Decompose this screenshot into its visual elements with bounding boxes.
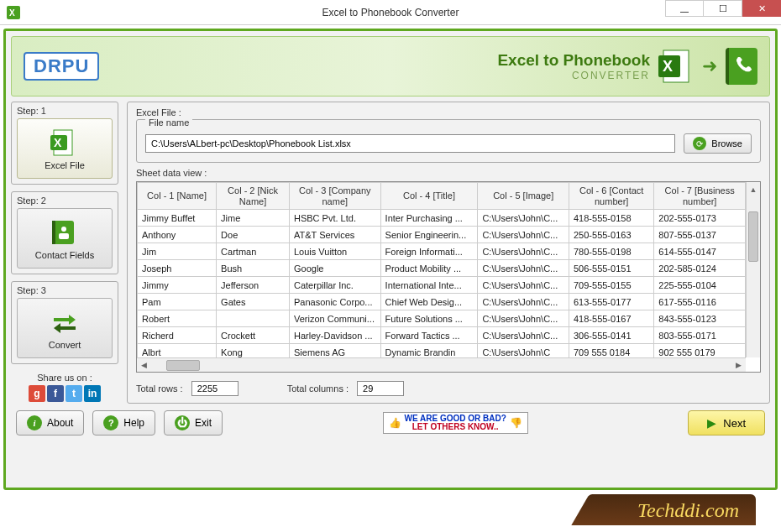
excel-icon: X [658,49,694,84]
table-cell: International Inte... [380,277,478,294]
file-name-label: File name [145,117,192,128]
column-header[interactable]: Col - 1 [Name] [138,183,217,210]
table-cell: Verizon Communi... [289,310,380,327]
drpu-logo: DRPU [24,52,99,81]
table-cell: Albrt [138,344,217,358]
table-row[interactable]: Jimmy BuffetJimeHSBC Pvt. Ltd.Inter Purc… [138,210,746,227]
table-cell: C:\Users\John\C... [478,294,569,310]
table-cell: Anthony [138,227,217,243]
table-cell: 807-555-0137 [654,227,746,243]
table-cell: Senior Engineerin... [380,227,478,243]
horizontal-scrollbar[interactable]: ◀▶ [137,357,746,372]
excel-file-button[interactable]: X Excel File [17,118,113,179]
svg-text:X: X [9,8,15,18]
share-label: Share us on : [11,373,118,383]
svg-rect-8 [54,221,74,244]
feedback-button[interactable]: 👍 WE ARE GOOD OR BAD? LET OTHERS KNOW.. … [383,412,528,434]
help-icon [103,415,118,430]
table-cell: 709 555 0184 [569,344,654,358]
total-cols-field [357,381,404,396]
table-cell: Jime [217,210,290,227]
help-label: Help [123,417,144,429]
total-rows-label: Total rows : [136,383,183,394]
totals-row: Total rows : Total columns : [136,381,761,396]
step-3-button-label: Convert [49,340,81,350]
file-path-input[interactable] [145,134,675,153]
file-group: File name ⟳ Browse [136,119,761,163]
table-cell: Google [289,260,380,277]
table-cell: C:\Users\John\C... [478,310,569,327]
table-cell: Kong [217,344,290,358]
table-cell: Caterpillar Inc. [289,277,380,294]
table-cell: Joseph [138,260,217,277]
table-cell: HSBC Pvt. Ltd. [289,210,380,227]
linkedin-icon[interactable]: in [84,385,101,402]
table-cell: Bush [217,260,290,277]
browse-button[interactable]: ⟳ Browse [684,133,752,154]
table-cell: Foreign Informati... [380,243,478,260]
vertical-scrollbar[interactable]: ▲ [746,182,760,357]
column-header[interactable]: Col - 2 [Nick Name] [217,183,290,210]
convert-button[interactable]: Convert [17,298,113,358]
table-cell: 418-555-0158 [569,210,654,227]
table-cell: Dynamic Brandin [380,344,478,358]
table-cell: Harley-Davidson ... [289,327,380,344]
data-table: Col - 1 [Name]Col - 2 [Nick Name]Col - 3… [137,182,746,357]
table-cell: Product Mobility ... [380,260,478,277]
table-cell: 803-555-0171 [654,327,746,344]
column-header[interactable]: Col - 3 [Company name] [289,183,380,210]
about-label: About [47,417,73,429]
column-header[interactable]: Col - 6 [Contact number] [569,183,654,210]
table-cell: Jefferson [217,277,290,294]
about-button[interactable]: About [16,410,84,436]
table-cell: Siemens AG [289,344,380,358]
table-cell: 902 555 0179 [654,344,746,358]
table-cell: Jim [138,243,217,260]
banner: DRPU Excel to Phonebook CONVERTER X ➜ [11,36,770,96]
close-button[interactable] [742,0,781,17]
table-cell: 709-555-0155 [569,277,654,294]
table-cell: C:\Users\John\C... [478,227,569,243]
svg-text:X: X [54,136,62,149]
google-plus-icon[interactable]: g [29,385,45,402]
browse-icon: ⟳ [693,137,706,150]
minimize-button[interactable] [665,0,704,17]
table-cell: Forward Tactics ... [380,327,478,344]
column-header[interactable]: Col - 7 [Business number] [654,183,746,210]
facebook-icon[interactable]: f [47,385,64,402]
maximize-button[interactable] [704,0,742,17]
table-row[interactable]: RicherdCrockettHarley-Davidson ...Forwar… [138,327,746,344]
table-row[interactable]: JosephBushGoogleProduct Mobility ...C:\U… [138,260,746,277]
sidebar: Step: 1 X Excel File Step: 2 Contact Fie… [11,102,118,404]
exit-label: Exit [195,417,212,429]
contact-fields-button[interactable]: Contact Fields [17,208,113,269]
table-row[interactable]: AlbrtKongSiemens AGDynamic BrandinC:\Use… [138,344,746,358]
table-cell: Chief Web Desig... [380,294,478,310]
table-cell: 613-555-0177 [569,294,654,310]
table-cell: C:\Users\John\C... [478,327,569,344]
table-row[interactable]: RobertVerizon Communi...Future Solutions… [138,310,746,327]
svg-rect-9 [52,221,55,244]
data-table-container: Col - 1 [Name]Col - 2 [Nick Name]Col - 3… [136,181,761,373]
table-cell: Doe [217,227,290,243]
column-header[interactable]: Col - 5 [Image] [478,183,569,210]
table-row[interactable]: JimCartmanLouis VuittonForeign Informati… [138,243,746,260]
table-cell: Pam [138,294,217,310]
info-icon [27,415,42,430]
table-cell [217,310,290,327]
sheet-data-label: Sheet data view : [136,168,761,178]
help-button[interactable]: Help [92,410,155,436]
table-row[interactable]: JimmyJeffersonCaterpillar Inc.Internatio… [138,277,746,294]
table-row[interactable]: PamGatesPanasonic Corpo...Chief Web Desi… [138,294,746,310]
share-section: Share us on : g f t in [11,373,118,402]
table-row[interactable]: AnthonyDoeAT&T ServicesSenior Engineerin… [138,227,746,243]
table-cell: Robert [138,310,217,327]
table-cell: Jimmy [138,277,217,294]
exit-button[interactable]: Exit [164,410,223,436]
column-header[interactable]: Col - 4 [Title] [380,183,478,210]
step-1-label: Step: 1 [17,106,113,116]
table-cell: C:\Users\John\C [478,344,569,358]
twitter-icon[interactable]: t [66,385,82,402]
next-button[interactable]: ▶ Next [688,410,765,436]
table-cell: AT&T Services [289,227,380,243]
